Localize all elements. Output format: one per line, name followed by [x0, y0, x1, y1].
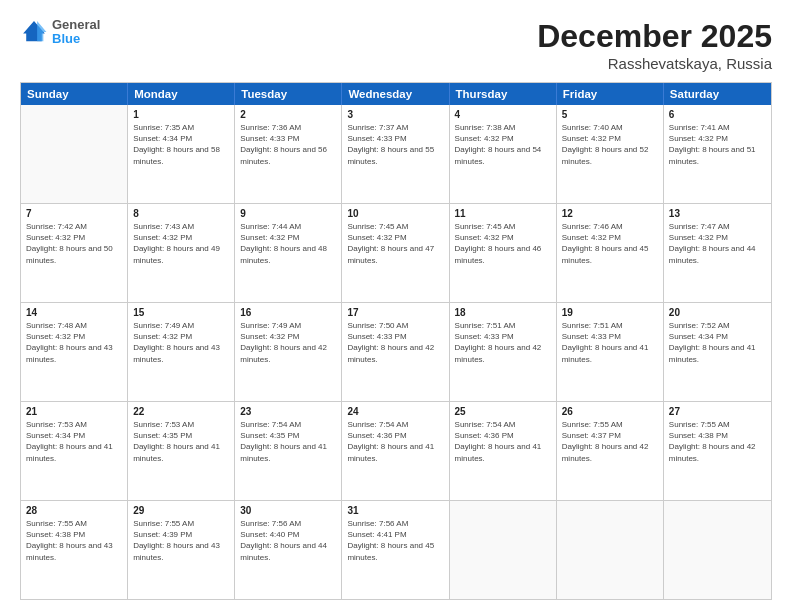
cal-cell-4-4: [450, 501, 557, 599]
day-info-11: Sunrise: 7:45 AM Sunset: 4:32 PM Dayligh…: [455, 221, 551, 266]
day-info-6: Sunrise: 7:41 AM Sunset: 4:32 PM Dayligh…: [669, 122, 766, 167]
header-saturday: Saturday: [664, 83, 771, 105]
day-info-3: Sunrise: 7:37 AM Sunset: 4:33 PM Dayligh…: [347, 122, 443, 167]
cal-cell-0-4: 4Sunrise: 7:38 AM Sunset: 4:32 PM Daylig…: [450, 105, 557, 203]
logo-icon: [20, 18, 48, 46]
logo-general-text: General: [52, 18, 100, 32]
cal-cell-4-2: 30Sunrise: 7:56 AM Sunset: 4:40 PM Dayli…: [235, 501, 342, 599]
cal-cell-4-5: [557, 501, 664, 599]
header-monday: Monday: [128, 83, 235, 105]
header: General Blue December 2025 Rasshevatskay…: [20, 18, 772, 72]
day-info-4: Sunrise: 7:38 AM Sunset: 4:32 PM Dayligh…: [455, 122, 551, 167]
day-info-28: Sunrise: 7:55 AM Sunset: 4:38 PM Dayligh…: [26, 518, 122, 563]
day-info-9: Sunrise: 7:44 AM Sunset: 4:32 PM Dayligh…: [240, 221, 336, 266]
day-info-15: Sunrise: 7:49 AM Sunset: 4:32 PM Dayligh…: [133, 320, 229, 365]
day-info-13: Sunrise: 7:47 AM Sunset: 4:32 PM Dayligh…: [669, 221, 766, 266]
day-number-1: 1: [133, 109, 229, 120]
cal-cell-1-1: 8Sunrise: 7:43 AM Sunset: 4:32 PM Daylig…: [128, 204, 235, 302]
page: General Blue December 2025 Rasshevatskay…: [0, 0, 792, 612]
day-number-18: 18: [455, 307, 551, 318]
day-info-20: Sunrise: 7:52 AM Sunset: 4:34 PM Dayligh…: [669, 320, 766, 365]
cal-cell-1-6: 13Sunrise: 7:47 AM Sunset: 4:32 PM Dayli…: [664, 204, 771, 302]
day-number-21: 21: [26, 406, 122, 417]
cal-cell-2-4: 18Sunrise: 7:51 AM Sunset: 4:33 PM Dayli…: [450, 303, 557, 401]
day-number-8: 8: [133, 208, 229, 219]
calendar-row-3: 21Sunrise: 7:53 AM Sunset: 4:34 PM Dayli…: [21, 402, 771, 501]
day-info-29: Sunrise: 7:55 AM Sunset: 4:39 PM Dayligh…: [133, 518, 229, 563]
logo: General Blue: [20, 18, 100, 47]
day-number-7: 7: [26, 208, 122, 219]
day-info-10: Sunrise: 7:45 AM Sunset: 4:32 PM Dayligh…: [347, 221, 443, 266]
day-number-9: 9: [240, 208, 336, 219]
day-number-12: 12: [562, 208, 658, 219]
cal-cell-1-3: 10Sunrise: 7:45 AM Sunset: 4:32 PM Dayli…: [342, 204, 449, 302]
day-number-17: 17: [347, 307, 443, 318]
day-info-19: Sunrise: 7:51 AM Sunset: 4:33 PM Dayligh…: [562, 320, 658, 365]
day-info-7: Sunrise: 7:42 AM Sunset: 4:32 PM Dayligh…: [26, 221, 122, 266]
day-info-23: Sunrise: 7:54 AM Sunset: 4:35 PM Dayligh…: [240, 419, 336, 464]
cal-cell-3-2: 23Sunrise: 7:54 AM Sunset: 4:35 PM Dayli…: [235, 402, 342, 500]
day-number-25: 25: [455, 406, 551, 417]
cal-cell-3-4: 25Sunrise: 7:54 AM Sunset: 4:36 PM Dayli…: [450, 402, 557, 500]
svg-marker-1: [37, 21, 46, 41]
day-info-22: Sunrise: 7:53 AM Sunset: 4:35 PM Dayligh…: [133, 419, 229, 464]
day-info-5: Sunrise: 7:40 AM Sunset: 4:32 PM Dayligh…: [562, 122, 658, 167]
day-number-16: 16: [240, 307, 336, 318]
day-info-8: Sunrise: 7:43 AM Sunset: 4:32 PM Dayligh…: [133, 221, 229, 266]
day-number-5: 5: [562, 109, 658, 120]
cal-cell-3-3: 24Sunrise: 7:54 AM Sunset: 4:36 PM Dayli…: [342, 402, 449, 500]
day-info-2: Sunrise: 7:36 AM Sunset: 4:33 PM Dayligh…: [240, 122, 336, 167]
day-info-1: Sunrise: 7:35 AM Sunset: 4:34 PM Dayligh…: [133, 122, 229, 167]
cal-cell-3-1: 22Sunrise: 7:53 AM Sunset: 4:35 PM Dayli…: [128, 402, 235, 500]
day-number-6: 6: [669, 109, 766, 120]
day-number-29: 29: [133, 505, 229, 516]
calendar-row-0: 1Sunrise: 7:35 AM Sunset: 4:34 PM Daylig…: [21, 105, 771, 204]
cal-cell-4-0: 28Sunrise: 7:55 AM Sunset: 4:38 PM Dayli…: [21, 501, 128, 599]
day-info-26: Sunrise: 7:55 AM Sunset: 4:37 PM Dayligh…: [562, 419, 658, 464]
day-number-2: 2: [240, 109, 336, 120]
cal-cell-0-0: [21, 105, 128, 203]
day-info-27: Sunrise: 7:55 AM Sunset: 4:38 PM Dayligh…: [669, 419, 766, 464]
cal-cell-1-4: 11Sunrise: 7:45 AM Sunset: 4:32 PM Dayli…: [450, 204, 557, 302]
day-info-12: Sunrise: 7:46 AM Sunset: 4:32 PM Dayligh…: [562, 221, 658, 266]
calendar-row-2: 14Sunrise: 7:48 AM Sunset: 4:32 PM Dayli…: [21, 303, 771, 402]
month-title: December 2025: [537, 18, 772, 55]
day-number-20: 20: [669, 307, 766, 318]
day-number-31: 31: [347, 505, 443, 516]
logo-blue-text: Blue: [52, 32, 100, 46]
calendar-header: Sunday Monday Tuesday Wednesday Thursday…: [21, 83, 771, 105]
cal-cell-0-3: 3Sunrise: 7:37 AM Sunset: 4:33 PM Daylig…: [342, 105, 449, 203]
cal-cell-2-5: 19Sunrise: 7:51 AM Sunset: 4:33 PM Dayli…: [557, 303, 664, 401]
day-number-27: 27: [669, 406, 766, 417]
day-number-3: 3: [347, 109, 443, 120]
cal-cell-2-3: 17Sunrise: 7:50 AM Sunset: 4:33 PM Dayli…: [342, 303, 449, 401]
day-number-30: 30: [240, 505, 336, 516]
cal-cell-3-6: 27Sunrise: 7:55 AM Sunset: 4:38 PM Dayli…: [664, 402, 771, 500]
header-sunday: Sunday: [21, 83, 128, 105]
day-info-25: Sunrise: 7:54 AM Sunset: 4:36 PM Dayligh…: [455, 419, 551, 464]
cal-cell-3-5: 26Sunrise: 7:55 AM Sunset: 4:37 PM Dayli…: [557, 402, 664, 500]
day-info-30: Sunrise: 7:56 AM Sunset: 4:40 PM Dayligh…: [240, 518, 336, 563]
day-info-17: Sunrise: 7:50 AM Sunset: 4:33 PM Dayligh…: [347, 320, 443, 365]
calendar: Sunday Monday Tuesday Wednesday Thursday…: [20, 82, 772, 600]
day-info-24: Sunrise: 7:54 AM Sunset: 4:36 PM Dayligh…: [347, 419, 443, 464]
day-info-14: Sunrise: 7:48 AM Sunset: 4:32 PM Dayligh…: [26, 320, 122, 365]
day-number-19: 19: [562, 307, 658, 318]
day-number-13: 13: [669, 208, 766, 219]
cal-cell-0-6: 6Sunrise: 7:41 AM Sunset: 4:32 PM Daylig…: [664, 105, 771, 203]
cal-cell-1-0: 7Sunrise: 7:42 AM Sunset: 4:32 PM Daylig…: [21, 204, 128, 302]
day-number-26: 26: [562, 406, 658, 417]
day-info-31: Sunrise: 7:56 AM Sunset: 4:41 PM Dayligh…: [347, 518, 443, 563]
logo-text: General Blue: [52, 18, 100, 47]
day-info-21: Sunrise: 7:53 AM Sunset: 4:34 PM Dayligh…: [26, 419, 122, 464]
calendar-row-1: 7Sunrise: 7:42 AM Sunset: 4:32 PM Daylig…: [21, 204, 771, 303]
header-thursday: Thursday: [450, 83, 557, 105]
day-info-16: Sunrise: 7:49 AM Sunset: 4:32 PM Dayligh…: [240, 320, 336, 365]
day-number-11: 11: [455, 208, 551, 219]
location: Rasshevatskaya, Russia: [537, 55, 772, 72]
calendar-body: 1Sunrise: 7:35 AM Sunset: 4:34 PM Daylig…: [21, 105, 771, 599]
cal-cell-4-3: 31Sunrise: 7:56 AM Sunset: 4:41 PM Dayli…: [342, 501, 449, 599]
calendar-row-4: 28Sunrise: 7:55 AM Sunset: 4:38 PM Dayli…: [21, 501, 771, 599]
day-number-24: 24: [347, 406, 443, 417]
cal-cell-0-5: 5Sunrise: 7:40 AM Sunset: 4:32 PM Daylig…: [557, 105, 664, 203]
